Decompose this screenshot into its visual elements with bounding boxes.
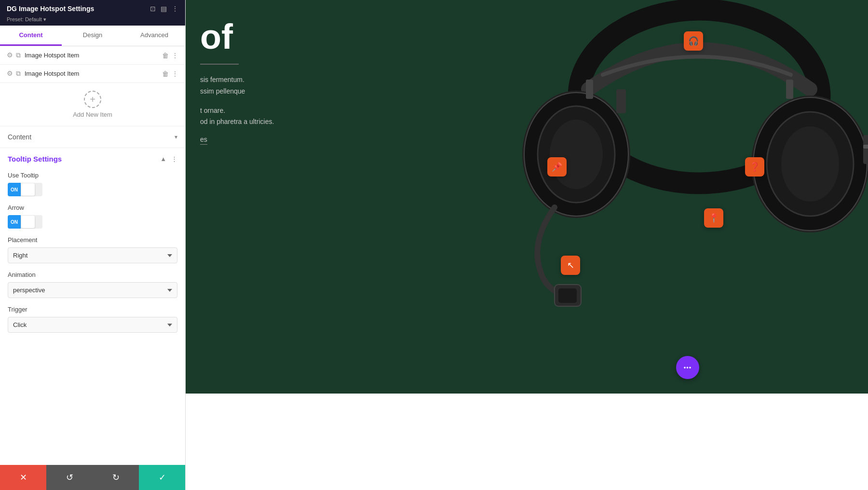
- more-icon-2[interactable]: ⋮: [172, 70, 178, 78]
- overlay-title: of: [200, 19, 274, 54]
- panel-header-icons: ⊡ ▤ ⋮: [150, 5, 178, 13]
- content-section-chevron: ▾: [175, 134, 177, 140]
- animation-field: Animation perspective fade scale shift-a…: [0, 267, 185, 302]
- use-tooltip-toggle[interactable]: ON: [8, 183, 42, 196]
- svg-rect-13: [616, 89, 626, 113]
- undo-button[interactable]: ↺: [46, 465, 93, 490]
- delete-icon-1[interactable]: 🗑: [162, 52, 169, 59]
- duplicate-icon-2[interactable]: ⧉: [16, 69, 21, 78]
- hotspot-icon-5: ↖: [567, 260, 574, 271]
- add-circle-icon: +: [84, 91, 101, 108]
- use-tooltip-label: Use Tooltip: [8, 172, 177, 179]
- trigger-field: Trigger Click Hover: [0, 302, 185, 337]
- arrow-toggle-thumb: [21, 216, 35, 228]
- placement-label: Placement: [8, 236, 177, 244]
- main-canvas: of sis fermentum. ssim pellenque t ornar…: [186, 0, 868, 394]
- svg-rect-14: [586, 80, 593, 99]
- overlay-link[interactable]: es: [200, 136, 274, 145]
- tab-content[interactable]: Content: [0, 26, 62, 46]
- bottom-section: [186, 394, 868, 490]
- hotspot-pin-5[interactable]: ↖: [561, 256, 580, 275]
- animation-label: Animation: [8, 271, 177, 278]
- main-content-area: of sis fermentum. ssim pellenque t ornar…: [186, 0, 868, 490]
- trigger-label: Trigger: [8, 306, 177, 313]
- use-tooltip-toggle-wrapper: ON: [8, 183, 177, 196]
- hotspot-pin-1[interactable]: 🎧: [684, 31, 703, 51]
- item-1-icons: ⚙ ⧉: [7, 51, 21, 59]
- hotspot-pin-3[interactable]: ❓: [745, 157, 764, 177]
- tooltip-section-title: Tooltip Settings: [8, 155, 62, 163]
- tab-advanced[interactable]: Advanced: [123, 26, 185, 46]
- animation-select[interactable]: perspective fade scale shift-away shift-…: [8, 282, 177, 298]
- arrow-toggle-on-label: ON: [8, 215, 21, 229]
- arrow-toggle[interactable]: ON: [8, 215, 42, 229]
- content-section-title: Content: [8, 133, 31, 141]
- overlay-body-2: t ornare. od in pharetra a ultricies.: [200, 105, 274, 128]
- trigger-select[interactable]: Click Hover: [8, 317, 177, 333]
- tooltip-section-header: Tooltip Settings ▲ ⋮: [0, 148, 185, 168]
- bottom-toolbar: ✕ ↺ ↻ ✓: [0, 465, 185, 490]
- settings-icon-2[interactable]: ⚙: [7, 69, 13, 78]
- hotspot-pin-2[interactable]: 📌: [547, 157, 567, 177]
- hotspot-item-1: ⚙ ⧉ Image Hotspot Item 🗑 ⋮: [0, 46, 185, 65]
- more-options-icon[interactable]: ⋮: [172, 5, 178, 13]
- panel-header: DG Image Hotspot Settings ⊡ ▤ ⋮: [0, 0, 185, 15]
- fab-icon: •••: [684, 364, 692, 371]
- svg-rect-12: [863, 145, 868, 149]
- toggle-thumb: [21, 183, 35, 196]
- arrow-toggle-wrapper: ON: [8, 215, 177, 229]
- svg-rect-15: [786, 80, 793, 99]
- redo-button[interactable]: ↻: [93, 465, 139, 490]
- tab-bar: Content Design Advanced: [0, 26, 185, 46]
- tooltip-collapse-icon[interactable]: ▲: [160, 155, 166, 163]
- responsive-icon[interactable]: ⊡: [150, 5, 156, 13]
- settings-panel: DG Image Hotspot Settings ⊡ ▤ ⋮ Preset: …: [0, 0, 186, 490]
- placement-field: Placement Top Right Bottom Left: [0, 232, 185, 267]
- svg-rect-11: [863, 135, 868, 164]
- add-new-item-button[interactable]: + Add New Item: [0, 83, 185, 126]
- tab-design[interactable]: Design: [62, 26, 123, 46]
- text-overlay: of sis fermentum. ssim pellenque t ornar…: [186, 0, 288, 164]
- duplicate-icon-1[interactable]: ⧉: [16, 51, 21, 59]
- cancel-button[interactable]: ✕: [0, 465, 46, 490]
- item-1-label: Image Hotspot Item: [25, 52, 158, 59]
- more-icon-1[interactable]: ⋮: [172, 52, 178, 59]
- svg-rect-10: [558, 288, 577, 303]
- toggle-on-label: ON: [8, 183, 21, 196]
- content-section-header[interactable]: Content ▾: [0, 126, 185, 148]
- placement-select[interactable]: Top Right Bottom Left: [8, 247, 177, 263]
- arrow-label: Arrow: [8, 204, 177, 211]
- arrow-field: Arrow ON: [0, 200, 185, 232]
- hotspot-icon-3: ❓: [749, 162, 760, 172]
- hotspot-icon-1: 🎧: [688, 36, 699, 46]
- panel-title: DG Image Hotspot Settings: [7, 5, 94, 13]
- svg-point-7: [781, 126, 839, 202]
- layout-icon[interactable]: ▤: [161, 5, 167, 13]
- add-new-label: Add New Item: [73, 111, 112, 118]
- item-2-icons: ⚙ ⧉: [7, 69, 21, 78]
- panel-body: ⚙ ⧉ Image Hotspot Item 🗑 ⋮ ⚙ ⧉ Image Hot…: [0, 46, 185, 490]
- overlay-body: sis fermentum. ssim pellenque: [200, 74, 274, 97]
- delete-icon-2[interactable]: 🗑: [162, 70, 169, 78]
- floating-action-button[interactable]: •••: [676, 356, 699, 379]
- hotspot-pin-4[interactable]: 📍: [704, 208, 723, 228]
- hotspot-icon-2: 📌: [552, 162, 562, 172]
- svg-point-3: [550, 120, 603, 189]
- preset-label: Preset: Default: [0, 15, 185, 26]
- item-2-actions: 🗑 ⋮: [162, 70, 178, 78]
- hotspot-icon-4: 📍: [708, 213, 719, 223]
- background-area: of sis fermentum. ssim pellenque t ornar…: [186, 0, 868, 394]
- item-1-actions: 🗑 ⋮: [162, 52, 178, 59]
- settings-icon-1[interactable]: ⚙: [7, 51, 13, 59]
- item-2-label: Image Hotspot Item: [25, 70, 158, 77]
- tooltip-section-controls: ▲ ⋮: [160, 155, 177, 163]
- use-tooltip-field: Use Tooltip ON: [0, 168, 185, 200]
- save-button[interactable]: ✓: [139, 465, 185, 490]
- overlay-divider: [200, 64, 239, 65]
- hotspot-item-2: ⚙ ⧉ Image Hotspot Item 🗑 ⋮: [0, 65, 185, 83]
- tooltip-more-icon[interactable]: ⋮: [171, 155, 177, 163]
